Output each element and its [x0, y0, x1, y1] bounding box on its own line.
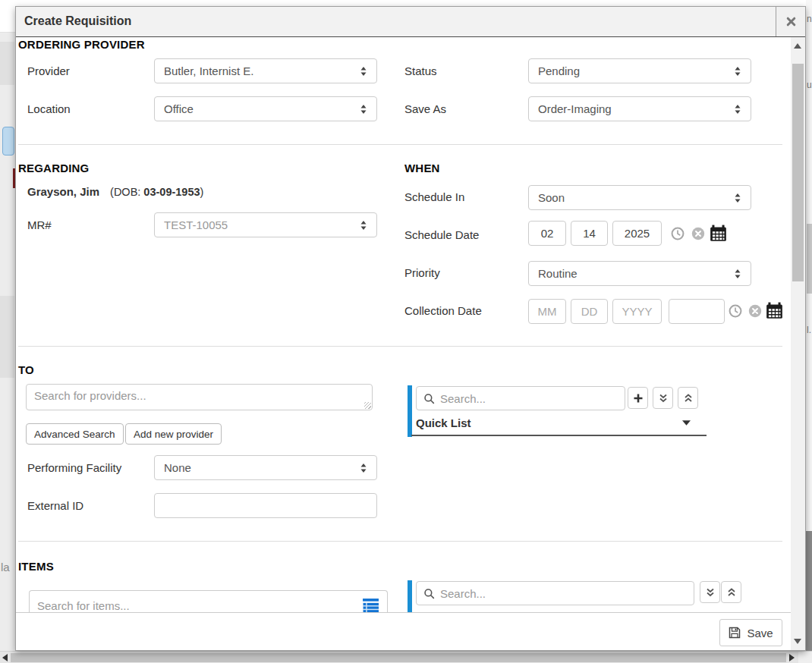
provider-search-field: [26, 384, 373, 410]
updown-arrows-icon: [360, 220, 367, 231]
updown-arrows-icon: [734, 66, 741, 77]
external-id-input[interactable]: [154, 493, 377, 518]
background-text-fragment: ur: [807, 80, 812, 90]
expand-all-button[interactable]: [653, 387, 673, 409]
schedule-year-input[interactable]: [612, 221, 662, 246]
save-as-select[interactable]: Order-Imaging: [528, 96, 751, 121]
collapse-all-button[interactable]: [678, 387, 698, 409]
mr-number-label: MR#: [27, 218, 52, 231]
clear-circle-icon: [748, 304, 762, 318]
schedule-month-input[interactable]: [528, 221, 566, 246]
collection-year-input[interactable]: [612, 299, 662, 324]
updown-arrows-icon: [360, 66, 367, 77]
status-select[interactable]: Pending: [528, 58, 751, 83]
item-quick-search-input[interactable]: [440, 587, 687, 600]
item-grid-button[interactable]: [362, 598, 379, 612]
updown-arrows-icon: [360, 104, 367, 115]
updown-arrows-icon: [360, 463, 367, 473]
updown-arrows-icon: [734, 193, 741, 203]
provider-quick-search[interactable]: [416, 386, 625, 410]
location-select[interactable]: Office: [154, 96, 377, 121]
section-divider: [18, 541, 782, 542]
schedule-day-input[interactable]: [571, 221, 608, 246]
schedule-time-button[interactable]: [671, 227, 685, 240]
schedule-in-select[interactable]: Soon: [528, 185, 751, 210]
dialog-body: ORDERING PROVIDER Provider Butler, Inter…: [16, 37, 791, 612]
scroll-left-arrow-icon[interactable]: [2, 654, 8, 661]
calendar-icon: [710, 225, 727, 242]
section-divider: [18, 144, 782, 145]
page-horizontal-scrollbar[interactable]: [0, 651, 812, 663]
quick-panel-accent-bar: [408, 385, 412, 437]
quick-list-group[interactable]: Quick List: [416, 416, 691, 429]
advanced-search-button[interactable]: Advanced Search: [26, 423, 124, 445]
double-chevron-up-icon: [726, 587, 737, 598]
collection-time-input[interactable]: [669, 299, 725, 324]
clock-icon: [671, 227, 685, 240]
patient-name: Grayson, Jim: [27, 185, 99, 198]
schedule-date-label: Schedule Date: [404, 228, 479, 241]
patient-summary: Grayson, Jim (DOB: 03-09-1953): [27, 185, 203, 198]
item-quick-search[interactable]: [416, 581, 694, 605]
dialog-header: Create Requisition: [16, 7, 805, 37]
clock-icon: [729, 304, 742, 318]
add-to-quick-list-button[interactable]: [628, 387, 648, 409]
vertical-scrollbar-thumb[interactable]: [792, 64, 804, 281]
schedule-date-calendar-button[interactable]: [710, 225, 727, 242]
collection-day-input[interactable]: [571, 299, 608, 324]
item-search-field: [29, 590, 388, 612]
expand-all-button[interactable]: [700, 581, 720, 603]
priority-select[interactable]: Routine: [528, 261, 751, 286]
background-text-fragment: l.: [807, 325, 811, 335]
background-block: [806, 531, 812, 663]
location-label: Location: [27, 102, 71, 115]
background-text-fragment: la: [1, 561, 10, 573]
schedule-in-label: Schedule In: [404, 190, 464, 203]
item-search-input[interactable]: [37, 599, 362, 612]
double-chevron-up-icon: [683, 393, 694, 404]
mr-number-select[interactable]: TEST-10055: [154, 212, 377, 237]
section-heading-ordering-provider: ORDERING PROVIDER: [18, 38, 145, 51]
scroll-right-arrow-icon[interactable]: [789, 654, 795, 661]
collection-month-input[interactable]: [528, 299, 566, 324]
collapse-all-button[interactable]: [721, 581, 741, 603]
scroll-up-arrow-icon[interactable]: [794, 43, 801, 49]
save-button-label: Save: [747, 627, 773, 639]
search-icon: [423, 588, 435, 599]
collection-time-button[interactable]: [729, 304, 742, 318]
close-button[interactable]: [776, 7, 805, 36]
dialog-footer: Save: [16, 612, 791, 650]
save-button[interactable]: Save: [719, 619, 782, 646]
caret-down-icon[interactable]: [682, 420, 691, 426]
provider-select[interactable]: Butler, Internist E.: [154, 58, 377, 83]
collection-date-clear-button[interactable]: [748, 304, 762, 318]
section-heading-items: ITEMS: [18, 560, 54, 573]
dialog-title: Create Requisition: [24, 7, 131, 36]
background-button-fragment: [2, 127, 14, 156]
close-icon: [785, 16, 797, 27]
resize-grip-icon[interactable]: [364, 402, 371, 409]
background-block: [0, 42, 14, 85]
scroll-down-arrow-icon[interactable]: [794, 639, 801, 644]
provider-search-textarea[interactable]: [27, 385, 372, 410]
performing-facility-select[interactable]: None: [154, 455, 377, 480]
collection-date-calendar-button[interactable]: [766, 302, 783, 319]
background-block: [0, 0, 15, 33]
section-heading-when: WHEN: [404, 162, 440, 174]
dialog-vertical-scrollbar[interactable]: [791, 37, 805, 650]
background-page-left-strip: la: [0, 0, 15, 663]
add-new-provider-button[interactable]: Add new provider: [125, 423, 222, 445]
quick-list-underline: [411, 435, 707, 436]
clear-circle-icon: [691, 227, 705, 240]
section-heading-regarding: REGARDING: [18, 162, 89, 174]
external-id-label: External ID: [27, 499, 83, 512]
provider-quick-search-input[interactable]: [440, 392, 618, 405]
background-text-fragment: n: [807, 14, 812, 24]
horizontal-scrollbar-thumb[interactable]: [11, 653, 786, 662]
background-block: [0, 296, 14, 378]
section-heading-to: TO: [18, 363, 34, 376]
schedule-date-clear-button[interactable]: [691, 227, 705, 240]
calendar-icon: [766, 302, 783, 319]
quick-list-label: Quick List: [416, 416, 471, 429]
priority-label: Priority: [404, 266, 440, 279]
